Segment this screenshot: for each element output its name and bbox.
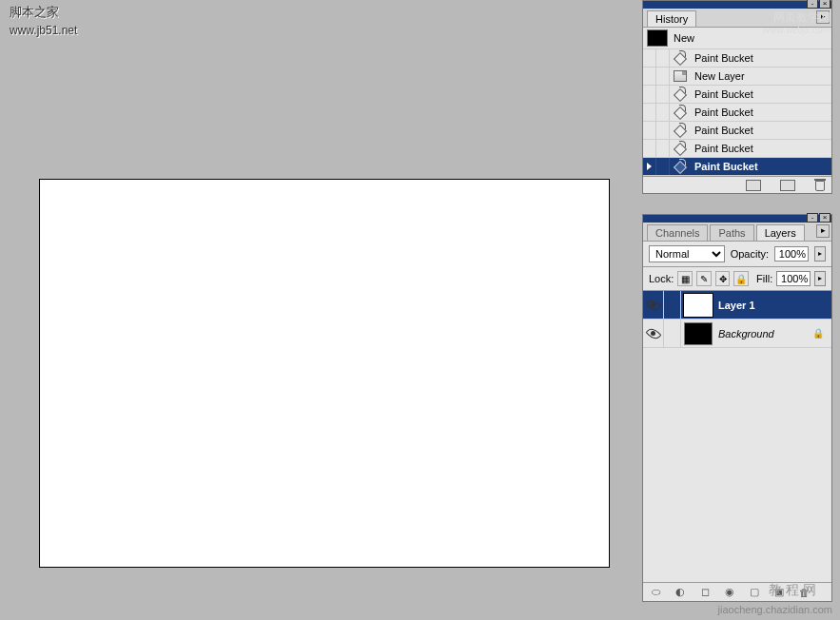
history-item-label: Paint Bucket	[691, 161, 758, 172]
paint-bucket-icon	[674, 51, 687, 65]
minimize-button[interactable]: -	[807, 213, 818, 223]
opacity-flyout-arrow[interactable]: ▸	[814, 246, 826, 262]
lock-transparency-icon[interactable]: ▦	[677, 271, 693, 286]
history-footer	[643, 176, 831, 193]
history-item[interactable]: Paint Bucket	[643, 158, 831, 176]
history-list: Paint BucketNew LayerPaint BucketPaint B…	[643, 49, 831, 176]
lock-position-icon[interactable]: ✥	[715, 271, 731, 286]
history-item[interactable]: Paint Bucket	[643, 122, 831, 140]
history-brush-column[interactable]	[656, 104, 670, 121]
history-brush-column[interactable]	[656, 140, 670, 157]
watermark-webjx-url: www.webjx.com	[763, 25, 830, 35]
opacity-input[interactable]	[774, 246, 809, 262]
lock-label: Lock:	[649, 273, 674, 284]
history-source-column[interactable]	[643, 140, 656, 157]
history-item[interactable]: Paint Bucket	[643, 104, 831, 122]
lock-pixels-icon[interactable]: ✎	[696, 271, 712, 286]
paint-bucket-icon	[674, 160, 687, 173]
new-layer-icon	[674, 70, 687, 82]
history-item[interactable]: Paint Bucket	[643, 86, 831, 104]
history-item-label: Paint Bucket	[691, 125, 753, 136]
fill-flyout-arrow[interactable]: ▸	[814, 271, 826, 286]
history-brush-column[interactable]	[656, 86, 670, 103]
layer-style-icon[interactable]: ◐	[672, 586, 689, 599]
trash-icon[interactable]	[814, 179, 826, 191]
tab-layers[interactable]: Layers	[756, 224, 805, 241]
link-layers-icon[interactable]: ⬭	[647, 586, 664, 599]
opacity-label: Opacity:	[731, 248, 769, 260]
history-item-label: Paint Bucket	[691, 107, 753, 118]
layer-thumbnail[interactable]	[684, 322, 713, 345]
history-item[interactable]: Paint Bucket	[643, 140, 831, 158]
layer-row[interactable]: Background🔒	[643, 320, 831, 348]
snapshot-label: New	[674, 32, 694, 44]
visibility-toggle[interactable]	[643, 291, 664, 319]
history-source-column[interactable]	[643, 68, 656, 85]
document-canvas[interactable]	[39, 179, 610, 568]
history-source-column[interactable]	[643, 158, 656, 175]
layers-list: Layer 1Background🔒	[643, 291, 831, 582]
paint-bucket-icon	[674, 106, 687, 119]
history-brush-column[interactable]	[656, 68, 670, 85]
layer-row[interactable]: Layer 1	[643, 291, 831, 320]
history-source-column[interactable]	[643, 122, 656, 139]
tab-history[interactable]: History	[647, 10, 696, 27]
watermark-jiaocheng-url: jiaocheng.chazidian.com	[718, 604, 832, 615]
layer-mask-icon[interactable]: ◻	[696, 586, 713, 599]
history-brush-column[interactable]	[656, 122, 670, 139]
history-item[interactable]: New Layer	[643, 68, 831, 86]
new-group-icon[interactable]: ▢	[746, 586, 763, 599]
blend-mode-select[interactable]: Normal	[649, 245, 725, 262]
watermark-jb51-url: www.jb51.net	[10, 24, 77, 37]
tab-channels[interactable]: Channels	[647, 224, 708, 241]
adjustment-layer-icon[interactable]: ◉	[721, 586, 738, 599]
history-brush-column[interactable]	[656, 158, 670, 175]
history-source-column[interactable]	[643, 86, 656, 103]
history-item[interactable]: Paint Bucket	[643, 49, 831, 68]
link-cell[interactable]	[664, 291, 681, 319]
minimize-button[interactable]: -	[807, 0, 818, 9]
paint-bucket-icon	[674, 124, 687, 137]
layer-name[interactable]: Layer 1	[718, 300, 831, 311]
history-source-column[interactable]	[643, 104, 656, 121]
eye-icon	[647, 300, 660, 310]
history-source-column[interactable]	[643, 49, 656, 67]
layers-titlebar[interactable]: - ×	[643, 215, 831, 223]
watermark-script-home: 脚本之家	[10, 4, 59, 21]
tab-paths[interactable]: Paths	[710, 224, 753, 241]
history-titlebar[interactable]: - ×	[643, 1, 831, 9]
close-button[interactable]: ×	[819, 0, 830, 9]
lock-controls-row: Lock: ▦ ✎ ✥ 🔒 Fill: ▸	[643, 267, 831, 291]
snapshot-thumbnail	[647, 29, 668, 47]
watermark-jiaocheng-text: 教 程 网	[769, 582, 816, 599]
close-button[interactable]: ×	[819, 213, 830, 223]
eye-icon	[647, 329, 660, 339]
history-brush-column[interactable]	[656, 49, 670, 67]
create-document-icon[interactable]	[746, 180, 761, 191]
paint-bucket-icon	[674, 142, 687, 155]
layer-name[interactable]: Background	[718, 328, 812, 339]
link-cell[interactable]	[664, 320, 681, 347]
paint-bucket-icon	[674, 87, 687, 101]
history-item-label: Paint Bucket	[691, 88, 753, 100]
layers-tabs: Channels Paths Layers	[643, 223, 831, 242]
watermark-webjx-text: 网页教学网	[773, 10, 830, 26]
history-item-label: Paint Bucket	[691, 52, 753, 64]
lock-all-icon[interactable]: 🔒	[733, 271, 749, 286]
panel-menu-button[interactable]	[816, 224, 830, 238]
fill-input[interactable]	[776, 271, 811, 286]
layer-controls-row: Normal Opacity: ▸	[643, 242, 831, 267]
history-item-label: Paint Bucket	[691, 143, 753, 154]
visibility-toggle[interactable]	[643, 320, 664, 347]
new-snapshot-icon[interactable]	[780, 180, 795, 191]
lock-icon: 🔒	[812, 328, 824, 339]
fill-label: Fill:	[756, 273, 772, 284]
layers-panel: - × Channels Paths Layers Normal Opacity…	[642, 214, 832, 602]
layer-thumbnail[interactable]	[684, 294, 713, 317]
history-item-label: New Layer	[691, 70, 745, 82]
